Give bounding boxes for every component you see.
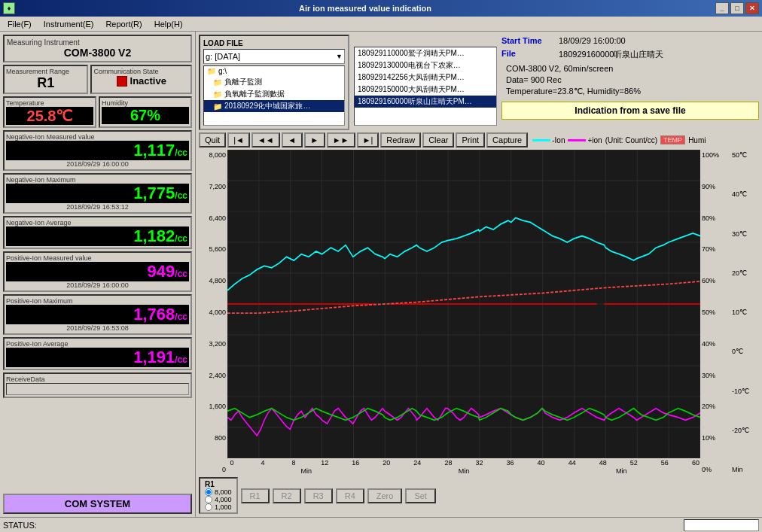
top-area: LOAD FILE g: [DATA] ▼ 📁 g:\ 📁 負離子監測 📁 負氧… [199,35,759,130]
humid-label: Humidity [102,99,189,107]
maximize-button[interactable]: □ [730,2,744,14]
drive-select[interactable]: g: [DATA] ▼ [203,49,345,64]
pos-ion-max-value: 1,768/cc [6,305,189,324]
x-axis-unit-row: Min Min Min [227,467,700,475]
indication-label: Indication from a save file [505,105,755,116]
radio-8000-input[interactable] [205,488,212,496]
folder-item[interactable]: 📁 g:\ [204,66,344,76]
redraw-button[interactable]: Redraw [380,132,421,147]
prev2-button[interactable]: ◄◄ [251,132,280,147]
print-button[interactable]: Print [456,132,485,147]
radio-4000-input[interactable] [205,496,212,503]
radio-8000[interactable]: 8,000 [205,488,232,496]
r4-button[interactable]: R4 [336,488,364,503]
neg-ion-legend-color [532,139,550,141]
start-time-key: Start Time [501,36,554,45]
last-button[interactable]: ►| [357,132,379,147]
y-axis-labels: 8,000 7,200 6,400 5,600 4,800 4,000 3,20… [199,150,227,475]
menu-help[interactable]: Help(H) [148,19,189,29]
left-panel: Measuring Instrument COM-3800 V2 Measure… [0,32,196,517]
status-right [684,519,759,531]
main-content: Measuring Instrument COM-3800 V2 Measure… [0,32,762,517]
status-bar: STATUS: [0,517,762,532]
right-y-axis: 100% 90% 80% 70% 60% 50% 40% 30% 20% 10%… [700,150,730,475]
pos-ion-date: 2018/09/29 16:00:00 [6,281,189,289]
neg-ion-max-label: Negative-Ion Maximum [6,176,189,184]
capture-button[interactable]: Capture [486,132,528,147]
chart-svg [227,150,700,458]
data-info: Data= 900 Rec [506,75,759,84]
neg-ion-legend: -Ion [532,136,565,144]
file-item[interactable]: 180929110000鷲子洞晴天PM… [355,47,496,59]
neg-ion-label: Negative-Ion Measured value [6,133,189,141]
pos-ion-measured-box: Positive-Ion Measured value 949/cc 2018/… [3,251,192,292]
pos-ion-max-date: 2018/09/29 16:53:08 [6,324,189,332]
pos-ion-avg-value: 1,191/cc [6,348,189,367]
folder-item[interactable]: 📁 負離子監測 [204,76,344,88]
folder-list[interactable]: 📁 g:\ 📁 負離子監測 📁 負氧離子監測數据 📁 20180929化中城国家… [203,65,345,126]
r3-button[interactable]: R3 [304,488,333,503]
device-info: COM-3800 V2, 60min/screen [506,64,759,73]
file-key: File [501,49,554,60]
temp-legend-label: TEMP [660,135,685,144]
radio-1000-input[interactable] [205,503,212,511]
receive-data-input[interactable] [6,383,189,395]
file-row: File 180929160000听泉山庄晴天 [501,49,759,60]
temp-label: Temperature [6,99,93,107]
close-button[interactable]: ✕ [745,2,759,14]
app-icon: ♦ [3,2,15,14]
next2-button[interactable]: ►► [327,132,355,147]
radio-4000-label: 4,000 [215,496,232,503]
radio-1000[interactable]: 1,000 [205,503,232,511]
file-item[interactable]: 180929142256大风刮晴天PM… [355,71,496,84]
set-button[interactable]: Set [405,488,436,503]
r1-button[interactable]: R1 [241,488,270,503]
radio-1000-label: 1,000 [215,503,232,511]
folder-item-selected[interactable]: 📁 20180929化中城国家旅… [204,100,344,112]
neg-ion-avg-value: 1,182/cc [6,226,189,246]
file-item[interactable]: 180929130000电视台下农家… [355,59,496,71]
comm-state-indicator [117,76,127,87]
first-button[interactable]: |◄ [227,132,250,147]
temp-value: 25.8℃ [6,107,93,125]
neg-ion-max-date: 2018/09/29 16:53:12 [6,203,189,211]
r2-button[interactable]: R2 [273,488,301,503]
load-file-label: LOAD FILE [203,39,345,47]
prev-button[interactable]: ◄ [282,132,303,147]
y-label-7200: 7,200 [199,183,227,190]
file-item[interactable]: 180929150000大风刮晴天PM… [355,84,496,96]
load-file-box: LOAD FILE g: [DATA] ▼ 📁 g:\ 📁 負離子監測 📁 負氧… [199,35,349,130]
file-list[interactable]: 180929110000鷲子洞晴天PM… 180929130000电视台下农家…… [354,47,497,126]
file-item-selected[interactable]: 180929160000听泉山庄晴天PM… [355,96,496,108]
x-axis-unit: Min [300,467,312,475]
pos-ion-max-box: Positive-Ion Maximum 1,768/cc 2018/09/29… [3,294,192,335]
start-time-row: Start Time 18/09/29 16:00:00 [501,36,759,45]
measure-range-box: Measurement Range R1 [3,65,88,94]
y-label-1600: 1,600 [199,403,227,410]
menu-file[interactable]: File(F) [2,19,38,29]
folder-item[interactable]: 📁 負氧離子監測數据 [204,88,344,100]
comm-state-label: Communication State [93,68,189,75]
y-label-8000: 8,000 [199,151,227,159]
x-axis-unit3: Min [616,467,627,475]
pos-ion-legend-color [568,139,586,141]
info-section: Start Time 18/09/29 16:00:00 File 180929… [501,36,759,120]
y-label-3200: 3,200 [199,340,227,348]
pos-ion-label: Positive-Ion Measured value [6,254,189,262]
instrument-box: Measuring Instrument COM-3800 V2 [3,35,192,62]
window-title: Air ion measured value indication [15,4,715,13]
next-button[interactable]: ► [304,132,325,147]
menu-report[interactable]: Report(R) [99,19,148,29]
comm-state-inner: Inactive [93,75,189,87]
x-axis: 0 4 8 12 16 20 24 28 32 36 40 44 48 52 5… [227,458,700,467]
minimize-button[interactable]: _ [715,2,729,14]
zero-button[interactable]: Zero [367,488,403,503]
chart-wrapper: 0 4 8 12 16 20 24 28 32 36 40 44 48 52 5… [227,150,700,475]
clear-button[interactable]: Clear [422,132,454,147]
radio-4000[interactable]: 4,000 [205,496,232,503]
menu-instrument[interactable]: Instrument(E) [38,19,100,29]
com-system-button[interactable]: COM SYSTEM [3,494,192,514]
quit-button[interactable]: Quit [199,132,226,147]
control-row: Quit |◄ ◄◄ ◄ ► ►► ►| Redraw Clear Print … [199,132,759,147]
y-label-6400: 6,400 [199,214,227,222]
